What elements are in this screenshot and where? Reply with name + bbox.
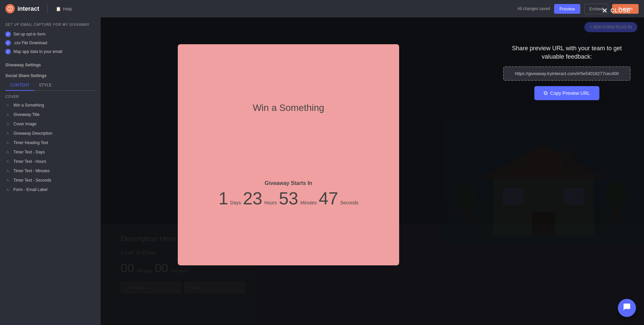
preview-button[interactable]: Preview	[554, 4, 580, 14]
checklist-label-3: Map app data to your email	[13, 49, 62, 54]
checklist-item-1[interactable]: ✓ Set up opt-in form	[5, 30, 95, 39]
sidebar-item-description[interactable]: A Giveaway Description	[0, 129, 101, 138]
sidebar-item-timer-seconds-label: Timer Text - Seconds	[13, 178, 51, 183]
sidebar-item-timer-minutes[interactable]: A Timer Text - Minutes	[0, 166, 101, 176]
svg-rect-2	[10, 9, 10, 10]
social-share-label[interactable]: Social Share Settings	[0, 69, 101, 80]
countdown-days-value: 1	[218, 190, 228, 207]
setup-title: Set up email capture for my giveaway	[5, 23, 95, 26]
logo-icon	[5, 4, 15, 13]
text-icon-4: A	[5, 150, 10, 154]
nav-help[interactable]: 📋 Help	[56, 6, 72, 11]
copy-button-label: Copy Preview URL	[550, 90, 590, 96]
countdown-hours-label: Hours	[264, 200, 277, 205]
chat-bubble[interactable]	[618, 299, 636, 317]
sidebar-tabs: CONTENT STYLE	[5, 80, 95, 91]
sidebar-item-title[interactable]: A Giveaway Title	[0, 110, 101, 119]
countdown-seconds-value: 47	[319, 190, 338, 207]
sidebar-item-cover-label: Cover Image	[13, 122, 37, 126]
check-icon-3: ✓	[5, 49, 11, 54]
top-navigation: interact 📋 Help All changes saved Previe…	[0, 0, 644, 17]
image-icon: ⊡	[5, 122, 10, 126]
changes-label: All changes saved	[518, 6, 550, 11]
cover-label: COVER	[0, 91, 101, 101]
sidebar-item-win[interactable]: ≡ Win a Something	[0, 101, 101, 110]
sidebar-item-timer-seconds[interactable]: A Timer Text - Seconds	[0, 176, 101, 185]
countdown-minutes-value: 53	[279, 190, 298, 207]
checklist-item-2[interactable]: ✓ .csv File Download	[5, 39, 95, 47]
setup-checklist-section: Set up email capture for my giveaway ✓ S…	[0, 17, 101, 59]
text-icon-3: A	[5, 141, 10, 145]
countdown-minutes-label: Minutes	[300, 200, 317, 205]
sidebar-item-email-label[interactable]: A Form - Email Label	[0, 185, 101, 194]
countdown-days-label: Days	[230, 200, 241, 205]
text-icon-2: A	[5, 131, 10, 135]
nav-divider	[47, 4, 48, 13]
share-heading: Share preview URL with your team to get …	[503, 44, 631, 61]
share-panel: ✕ CLOSE Share preview URL with your team…	[503, 44, 631, 100]
copy-preview-url-button[interactable]: ⧉ Copy Preview URL	[534, 86, 599, 100]
countdown-hours-value: 23	[243, 190, 262, 207]
check-icon-2: ✓	[5, 40, 11, 46]
countdown-timer: 1 Days 23 Hours 53 Minutes 47 Seconds	[218, 190, 358, 207]
app-logo: interact	[5, 4, 39, 13]
main-preview-area: + ADD FORM PLUG-IN Description Here e Le…	[101, 17, 644, 325]
svg-point-1	[10, 7, 11, 8]
sidebar-item-timer-hours[interactable]: A Timer Text - Hours	[0, 157, 101, 166]
hamburger-icon: ≡	[5, 103, 10, 107]
sidebar-item-cover-image[interactable]: ⊡ Cover Image	[0, 119, 101, 129]
checklist-label-1: Set up opt-in form	[13, 32, 45, 37]
chat-icon	[623, 303, 631, 313]
check-icon-1: ✓	[5, 31, 11, 37]
text-icon-1: A	[5, 113, 10, 117]
app-name: interact	[17, 5, 39, 12]
left-sidebar: Set up email capture for my giveaway ✓ S…	[0, 17, 101, 325]
giveaway-preview-modal: Win a Something Giveaway Starts In 1 Day…	[178, 44, 399, 265]
sidebar-item-timer-hours-label: Timer Text - Hours	[13, 159, 46, 164]
sidebar-item-description-label: Giveaway Description	[13, 131, 52, 136]
giveaway-modal-title: Win a Something	[253, 103, 324, 113]
checklist-label-2: .csv File Download	[13, 41, 47, 45]
sidebar-item-timer-heading[interactable]: A Timer Heading Text	[0, 138, 101, 147]
sidebar-item-email-label-label: Form - Email Label	[13, 187, 47, 192]
text-icon-7: A	[5, 178, 10, 182]
sidebar-item-timer-minutes-label: Timer Text - Minutes	[13, 169, 50, 173]
checklist-item-3[interactable]: ✓ Map app data to your email	[5, 47, 95, 56]
giveaway-settings-label[interactable]: Giveaway Settings	[0, 59, 101, 69]
help-icon: 📋	[56, 6, 61, 11]
sidebar-item-timer-days[interactable]: A Timer Text - Days	[0, 147, 101, 157]
sidebar-item-title-label: Giveaway Title	[13, 112, 40, 117]
countdown-seconds-label: Seconds	[340, 200, 358, 205]
text-icon-8: A	[5, 188, 10, 192]
countdown-heading: Giveaway Starts In	[218, 180, 358, 186]
help-label: Help	[63, 6, 72, 11]
text-icon-5: A	[5, 159, 10, 164]
modal-overlay: Win a Something Giveaway Starts In 1 Day…	[101, 17, 644, 325]
text-icon-6: A	[5, 169, 10, 173]
sidebar-item-timer-heading-label: Timer Heading Text	[13, 140, 48, 145]
copy-icon: ⧉	[544, 90, 547, 96]
tab-style[interactable]: STYLE	[34, 80, 56, 91]
sidebar-item-timer-days-label: Timer Text - Days	[13, 150, 45, 154]
share-url-box[interactable]: https://giveaway.tryinteract.com/#/5e540…	[503, 66, 631, 81]
tab-content[interactable]: CONTENT	[5, 80, 34, 91]
sidebar-item-win-label: Win a Something	[13, 103, 44, 108]
